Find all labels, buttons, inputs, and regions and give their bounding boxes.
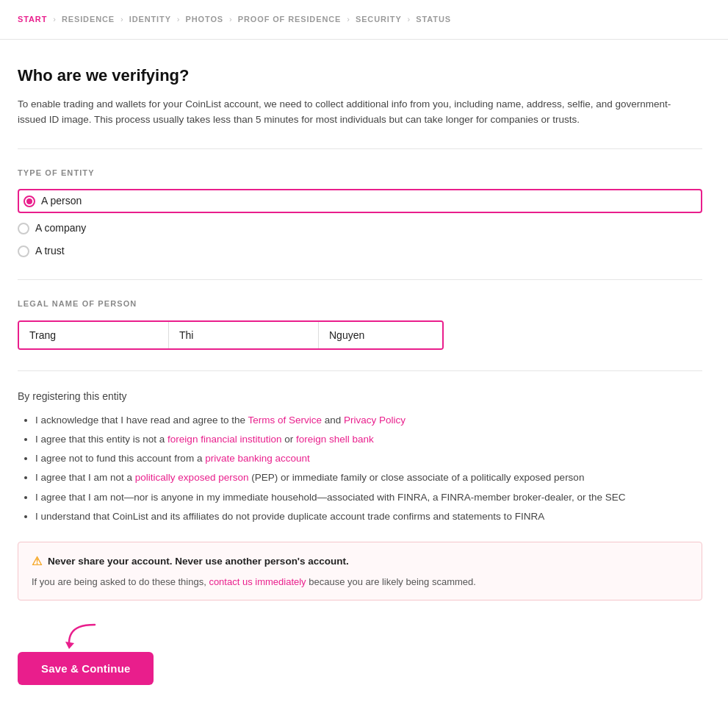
last-name-input[interactable] bbox=[319, 322, 444, 348]
warning-title: ⚠ Never share your account. Never use an… bbox=[32, 553, 688, 570]
radio-option-trust[interactable]: A trust bbox=[18, 243, 702, 259]
list-item-private-banking: I agree not to fund this account from a … bbox=[35, 451, 702, 466]
list-item-finra: I agree that I am not—nor is anyone in m… bbox=[35, 490, 702, 505]
radio-label-company: A company bbox=[35, 220, 86, 236]
sep-4: › bbox=[229, 13, 232, 26]
privacy-policy-link[interactable]: Privacy Policy bbox=[344, 415, 406, 426]
registering-section: By registering this entity I acknowledge… bbox=[18, 389, 702, 525]
registering-title: By registering this entity bbox=[18, 389, 702, 404]
warning-title-text: Never share your account. Never use anot… bbox=[48, 554, 349, 569]
page-container: START › RESIDENCE › IDENTITY › PHOTOS › … bbox=[0, 0, 728, 710]
main-content: Who are we verifying? To enable trading … bbox=[0, 40, 720, 711]
breadcrumb-security[interactable]: SECURITY bbox=[356, 13, 402, 26]
registering-list: I acknowledge that I have read and agree… bbox=[18, 413, 702, 525]
warning-text: If you are being asked to do these thing… bbox=[32, 575, 688, 589]
contact-us-link[interactable]: contact us immediately bbox=[209, 576, 306, 587]
radio-option-company[interactable]: A company bbox=[18, 220, 702, 236]
foreign-shell-bank-link[interactable]: foreign shell bank bbox=[296, 434, 374, 445]
sep-3: › bbox=[177, 13, 180, 26]
breadcrumb-photos[interactable]: PHOTOS bbox=[186, 13, 224, 26]
terms-of-service-link[interactable]: Terms of Service bbox=[248, 415, 322, 426]
breadcrumb-nav: START › RESIDENCE › IDENTITY › PHOTOS › … bbox=[0, 0, 728, 40]
warning-icon: ⚠ bbox=[32, 553, 42, 570]
breadcrumb-status[interactable]: STATUS bbox=[416, 13, 451, 26]
divider-3 bbox=[18, 370, 702, 371]
radio-option-person[interactable]: A person bbox=[18, 189, 702, 213]
sep-5: › bbox=[347, 13, 350, 26]
radio-input-company[interactable] bbox=[18, 223, 29, 234]
arrow-container bbox=[62, 621, 106, 655]
middle-name-input[interactable] bbox=[169, 322, 319, 348]
radio-label-person: A person bbox=[41, 193, 82, 209]
page-description: To enable trading and wallets for your C… bbox=[18, 96, 679, 128]
save-continue-button[interactable]: Save & Continue bbox=[18, 652, 154, 685]
sep-6: › bbox=[408, 13, 411, 26]
legal-name-label: LEGAL NAME OF PERSON bbox=[18, 298, 702, 310]
warning-box: ⚠ Never share your account. Never use an… bbox=[18, 542, 702, 600]
sep-1: › bbox=[53, 13, 56, 26]
list-item-tos: I acknowledge that I have read and agree… bbox=[35, 413, 702, 428]
entity-type-radio-group: A person A company A trust bbox=[18, 189, 702, 259]
entity-type-label: TYPE OF ENTITY bbox=[18, 167, 702, 179]
list-item-coinlist-finra: I understand that CoinList and its affil… bbox=[35, 509, 702, 524]
list-item-ffi: I agree that this entity is not a foreig… bbox=[35, 432, 702, 447]
svg-marker-0 bbox=[65, 642, 74, 649]
radio-input-trust[interactable] bbox=[18, 245, 29, 257]
list-item-pep: I agree that I am not a politically expo… bbox=[35, 470, 702, 485]
entity-type-section: TYPE OF ENTITY A person A company A trus… bbox=[18, 167, 702, 259]
arrow-icon bbox=[62, 621, 106, 650]
divider-1 bbox=[18, 148, 702, 149]
sep-2: › bbox=[120, 13, 123, 26]
breadcrumb-proof[interactable]: PROOF OF RESIDENCE bbox=[238, 13, 342, 26]
breadcrumb-start[interactable]: START bbox=[18, 13, 47, 26]
first-name-input[interactable] bbox=[19, 322, 169, 348]
name-fields-group bbox=[18, 320, 444, 350]
breadcrumb-residence[interactable]: RESIDENCE bbox=[62, 13, 115, 26]
private-banking-link[interactable]: private banking account bbox=[205, 453, 310, 464]
radio-label-trust: A trust bbox=[35, 243, 65, 259]
legal-name-section: LEGAL NAME OF PERSON bbox=[18, 298, 702, 350]
politically-exposed-link[interactable]: politically exposed person bbox=[135, 472, 249, 483]
button-area: Save & Continue bbox=[18, 621, 702, 685]
foreign-financial-link[interactable]: foreign financial institution bbox=[167, 434, 281, 445]
radio-input-person[interactable] bbox=[24, 196, 35, 207]
divider-2 bbox=[18, 279, 702, 280]
page-title: Who are we verifying? bbox=[18, 63, 702, 87]
breadcrumb-identity[interactable]: IDENTITY bbox=[129, 13, 171, 26]
